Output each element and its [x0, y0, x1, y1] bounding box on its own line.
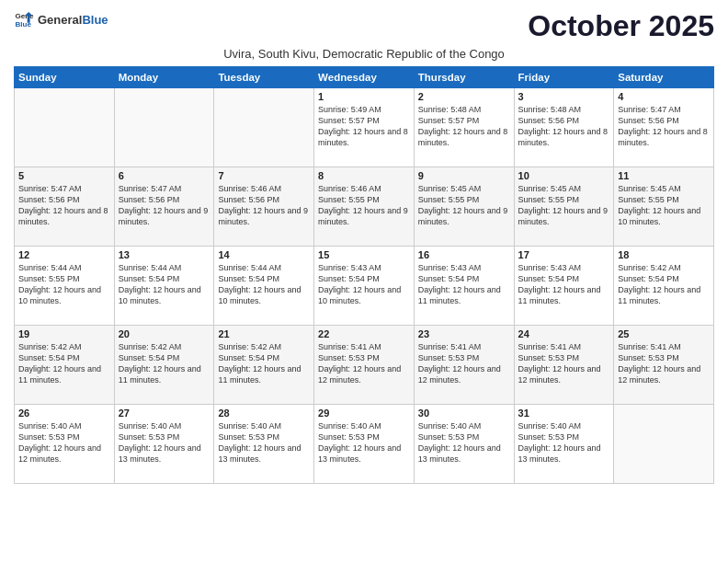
day-number: 24 [518, 328, 610, 339]
col-header-friday: Friday [514, 67, 614, 88]
day-cell: 25Sunrise: 5:41 AMSunset: 5:53 PMDayligh… [614, 326, 714, 405]
cell-info: Sunrise: 5:40 AMSunset: 5:53 PMDaylight:… [18, 420, 110, 465]
cell-info: Sunrise: 5:43 AMSunset: 5:54 PMDaylight:… [518, 262, 610, 307]
day-number: 25 [618, 328, 710, 339]
logo-general: General [38, 13, 82, 27]
week-row-4: 19Sunrise: 5:42 AMSunset: 5:54 PMDayligh… [15, 326, 714, 405]
cell-info: Sunrise: 5:48 AMSunset: 5:56 PMDaylight:… [518, 104, 610, 149]
cell-info: Sunrise: 5:41 AMSunset: 5:53 PMDaylight:… [518, 341, 610, 386]
col-header-tuesday: Tuesday [214, 67, 314, 88]
day-cell: 18Sunrise: 5:42 AMSunset: 5:54 PMDayligh… [614, 247, 714, 326]
day-number: 1 [318, 91, 410, 102]
day-number: 12 [18, 249, 110, 260]
day-cell: 9Sunrise: 5:45 AMSunset: 5:55 PMDaylight… [414, 167, 514, 247]
cell-info: Sunrise: 5:48 AMSunset: 5:57 PMDaylight:… [418, 104, 510, 149]
day-number: 29 [318, 408, 410, 419]
cell-info: Sunrise: 5:45 AMSunset: 5:55 PMDaylight:… [618, 183, 710, 228]
day-number: 28 [218, 408, 310, 419]
day-cell: 8Sunrise: 5:46 AMSunset: 5:55 PMDaylight… [314, 167, 415, 247]
day-cell: 22Sunrise: 5:41 AMSunset: 5:53 PMDayligh… [314, 326, 415, 405]
day-cell: 3Sunrise: 5:48 AMSunset: 5:56 PMDaylight… [514, 88, 614, 167]
cell-info: Sunrise: 5:40 AMSunset: 5:53 PMDaylight:… [218, 420, 310, 465]
logo-icon: General Blue [14, 9, 34, 29]
cell-info: Sunrise: 5:49 AMSunset: 5:57 PMDaylight:… [318, 104, 410, 149]
day-number: 16 [418, 249, 510, 260]
day-number: 18 [618, 249, 710, 260]
cell-info: Sunrise: 5:43 AMSunset: 5:54 PMDaylight:… [318, 262, 410, 307]
logo-blue: Blue [82, 13, 108, 27]
day-cell: 15Sunrise: 5:43 AMSunset: 5:54 PMDayligh… [314, 247, 415, 326]
day-cell: 20Sunrise: 5:42 AMSunset: 5:54 PMDayligh… [114, 326, 214, 405]
day-cell: 26Sunrise: 5:40 AMSunset: 5:53 PMDayligh… [15, 405, 115, 484]
day-cell: 5Sunrise: 5:47 AMSunset: 5:56 PMDaylight… [15, 167, 115, 247]
cell-info: Sunrise: 5:43 AMSunset: 5:54 PMDaylight:… [418, 262, 510, 307]
day-number: 3 [518, 91, 610, 102]
day-cell: 10Sunrise: 5:45 AMSunset: 5:55 PMDayligh… [514, 167, 614, 247]
col-header-sunday: Sunday [15, 67, 115, 88]
day-cell [114, 88, 214, 167]
cell-info: Sunrise: 5:40 AMSunset: 5:53 PMDaylight:… [518, 420, 610, 465]
cell-info: Sunrise: 5:41 AMSunset: 5:53 PMDaylight:… [318, 341, 410, 386]
day-cell: 16Sunrise: 5:43 AMSunset: 5:54 PMDayligh… [414, 247, 514, 326]
week-row-5: 26Sunrise: 5:40 AMSunset: 5:53 PMDayligh… [15, 405, 714, 484]
day-cell: 29Sunrise: 5:40 AMSunset: 5:53 PMDayligh… [314, 405, 415, 484]
calendar-table: SundayMondayTuesdayWednesdayThursdayFrid… [14, 66, 714, 484]
day-number: 31 [518, 408, 610, 419]
day-number: 10 [518, 170, 610, 181]
day-number: 22 [318, 328, 410, 339]
day-number: 26 [18, 408, 110, 419]
day-number: 2 [418, 91, 510, 102]
day-cell: 6Sunrise: 5:47 AMSunset: 5:56 PMDaylight… [114, 167, 214, 247]
day-number: 4 [618, 91, 710, 102]
cell-info: Sunrise: 5:45 AMSunset: 5:55 PMDaylight:… [418, 183, 510, 228]
day-cell: 19Sunrise: 5:42 AMSunset: 5:54 PMDayligh… [15, 326, 115, 405]
day-cell: 13Sunrise: 5:44 AMSunset: 5:54 PMDayligh… [114, 247, 214, 326]
day-number: 13 [119, 249, 210, 260]
cell-info: Sunrise: 5:46 AMSunset: 5:55 PMDaylight:… [318, 183, 410, 228]
cell-info: Sunrise: 5:41 AMSunset: 5:53 PMDaylight:… [418, 341, 510, 386]
cell-info: Sunrise: 5:44 AMSunset: 5:54 PMDaylight:… [218, 262, 310, 307]
day-cell: 2Sunrise: 5:48 AMSunset: 5:57 PMDaylight… [414, 88, 514, 167]
day-number: 21 [218, 328, 310, 339]
col-header-saturday: Saturday [614, 67, 714, 88]
day-cell: 4Sunrise: 5:47 AMSunset: 5:56 PMDaylight… [614, 88, 714, 167]
day-number: 17 [518, 249, 610, 260]
cell-info: Sunrise: 5:47 AMSunset: 5:56 PMDaylight:… [618, 104, 710, 149]
day-number: 30 [418, 408, 510, 419]
cell-info: Sunrise: 5:42 AMSunset: 5:54 PMDaylight:… [218, 341, 310, 386]
day-cell: 17Sunrise: 5:43 AMSunset: 5:54 PMDayligh… [514, 247, 614, 326]
col-header-wednesday: Wednesday [314, 67, 415, 88]
week-row-1: 1Sunrise: 5:49 AMSunset: 5:57 PMDaylight… [15, 88, 714, 167]
day-number: 11 [618, 170, 710, 181]
day-number: 5 [18, 170, 110, 181]
day-cell [214, 88, 314, 167]
day-number: 6 [119, 170, 210, 181]
day-number: 9 [418, 170, 510, 181]
day-cell: 12Sunrise: 5:44 AMSunset: 5:55 PMDayligh… [15, 247, 115, 326]
logo: General Blue General Blue [14, 9, 108, 29]
week-row-2: 5Sunrise: 5:47 AMSunset: 5:56 PMDaylight… [15, 167, 714, 247]
day-number: 7 [218, 170, 310, 181]
day-number: 14 [218, 249, 310, 260]
day-number: 27 [119, 408, 210, 419]
day-cell: 1Sunrise: 5:49 AMSunset: 5:57 PMDaylight… [314, 88, 415, 167]
cell-info: Sunrise: 5:47 AMSunset: 5:56 PMDaylight:… [18, 183, 110, 228]
month-title: October 2025 [528, 9, 714, 43]
week-row-3: 12Sunrise: 5:44 AMSunset: 5:55 PMDayligh… [15, 247, 714, 326]
cell-info: Sunrise: 5:46 AMSunset: 5:56 PMDaylight:… [218, 183, 310, 228]
cell-info: Sunrise: 5:44 AMSunset: 5:55 PMDaylight:… [18, 262, 110, 307]
cell-info: Sunrise: 5:42 AMSunset: 5:54 PMDaylight:… [119, 341, 210, 386]
day-cell: 11Sunrise: 5:45 AMSunset: 5:55 PMDayligh… [614, 167, 714, 247]
day-cell: 28Sunrise: 5:40 AMSunset: 5:53 PMDayligh… [214, 405, 314, 484]
day-cell: 31Sunrise: 5:40 AMSunset: 5:53 PMDayligh… [514, 405, 614, 484]
header: General Blue General Blue October 2025 [14, 9, 714, 43]
cell-info: Sunrise: 5:40 AMSunset: 5:53 PMDaylight:… [119, 420, 210, 465]
day-number: 19 [18, 328, 110, 339]
cell-info: Sunrise: 5:45 AMSunset: 5:55 PMDaylight:… [518, 183, 610, 228]
calendar-page: General Blue General Blue October 2025 U… [0, 0, 728, 563]
day-cell: 24Sunrise: 5:41 AMSunset: 5:53 PMDayligh… [514, 326, 614, 405]
cell-info: Sunrise: 5:47 AMSunset: 5:56 PMDaylight:… [119, 183, 210, 228]
day-cell: 30Sunrise: 5:40 AMSunset: 5:53 PMDayligh… [414, 405, 514, 484]
header-row: SundayMondayTuesdayWednesdayThursdayFrid… [15, 67, 714, 88]
col-header-monday: Monday [114, 67, 214, 88]
